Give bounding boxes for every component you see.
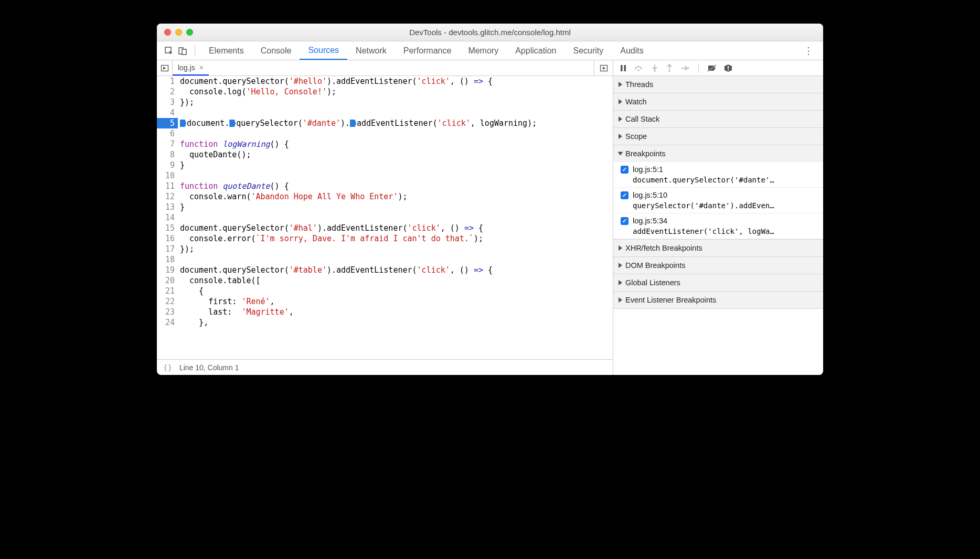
code-line[interactable]: [178, 108, 180, 118]
gutter-line[interactable]: 3: [157, 97, 178, 108]
file-tab-logjs[interactable]: log.js ×: [173, 60, 209, 76]
code-line[interactable]: document.querySelector('#hello').addEven…: [178, 76, 493, 87]
code-line[interactable]: quoteDante();: [178, 149, 251, 160]
panel-threads[interactable]: Threads: [613, 76, 823, 93]
step-over-icon[interactable]: [634, 64, 644, 72]
code-line[interactable]: console.log('Hello, Console!');: [178, 87, 336, 97]
gutter-line[interactable]: 19: [157, 265, 178, 275]
gutter-line[interactable]: 11: [157, 181, 178, 191]
svg-rect-2: [182, 49, 186, 55]
code-line[interactable]: document.querySelector('#table').addEven…: [178, 265, 493, 275]
code-line[interactable]: }: [178, 202, 185, 212]
code-line[interactable]: console.warn('Abandon Hope All Ye Who En…: [178, 191, 408, 202]
code-line[interactable]: [178, 170, 180, 181]
breakpoint-checkbox[interactable]: ✓: [621, 191, 629, 199]
gutter-line[interactable]: 5: [157, 118, 178, 128]
titlebar: DevTools - devtools.glitch.me/console/lo…: [157, 24, 823, 41]
inspect-icon[interactable]: [162, 44, 176, 58]
gutter-line[interactable]: 16: [157, 233, 178, 244]
file-tabs: log.js ×: [157, 60, 613, 76]
close-tab-icon[interactable]: ×: [199, 63, 204, 72]
tab-audits[interactable]: Audits: [612, 41, 652, 60]
breakpoint-item[interactable]: ✓log.js:5:34addEventListener('click', lo…: [613, 213, 823, 239]
minimize-window-button[interactable]: [175, 29, 182, 36]
code-line[interactable]: document.querySelector('#dante').addEven…: [178, 118, 537, 128]
show-navigator-icon[interactable]: [157, 60, 173, 76]
gutter-line[interactable]: 1: [157, 76, 178, 87]
breakpoint-checkbox[interactable]: ✓: [621, 166, 629, 174]
device-toolbar-icon[interactable]: [176, 44, 189, 58]
code-line[interactable]: [178, 254, 180, 265]
gutter-line[interactable]: 13: [157, 202, 178, 212]
tab-console[interactable]: Console: [252, 41, 300, 60]
code-line[interactable]: console.error(`I'm sorry, Dave. I'm afra…: [178, 233, 483, 244]
close-window-button[interactable]: [164, 29, 171, 36]
gutter-line[interactable]: 10: [157, 170, 178, 181]
breakpoint-location: log.js:5:1: [633, 165, 663, 174]
code-line[interactable]: function logWarning() {: [178, 139, 289, 149]
gutter-line[interactable]: 9: [157, 160, 178, 170]
panel-event-listener-breakpoints[interactable]: Event Listener Breakpoints: [613, 292, 823, 308]
code-line[interactable]: document.querySelector('#hal').addEventL…: [178, 223, 483, 233]
gutter-line[interactable]: 23: [157, 307, 178, 317]
step-into-icon[interactable]: [651, 64, 658, 72]
breakpoint-location: log.js:5:10: [633, 191, 667, 199]
gutter-line[interactable]: 4: [157, 108, 178, 118]
breakpoint-checkbox[interactable]: ✓: [621, 217, 629, 225]
code-line[interactable]: });: [178, 244, 194, 254]
gutter-line[interactable]: 22: [157, 296, 178, 307]
breakpoint-item[interactable]: ✓log.js:5:10querySelector('#dante').addE…: [613, 188, 823, 213]
panel-global-listeners[interactable]: Global Listeners: [613, 274, 823, 291]
tab-application[interactable]: Application: [507, 41, 564, 60]
tab-performance[interactable]: Performance: [395, 41, 460, 60]
pause-on-exceptions-icon[interactable]: [724, 64, 732, 72]
tab-elements[interactable]: Elements: [200, 41, 252, 60]
gutter-line[interactable]: 18: [157, 254, 178, 265]
tab-sources[interactable]: Sources: [300, 41, 347, 60]
gutter-line[interactable]: 21: [157, 286, 178, 296]
code-line[interactable]: });: [178, 97, 194, 108]
gutter-line[interactable]: 6: [157, 128, 178, 139]
code-line[interactable]: first: 'René',: [178, 296, 275, 307]
breakpoint-location: log.js:5:34: [633, 217, 667, 225]
gutter-line[interactable]: 24: [157, 317, 178, 328]
tab-network[interactable]: Network: [347, 41, 395, 60]
code-line[interactable]: console.table([: [178, 275, 261, 286]
gutter-line[interactable]: 12: [157, 191, 178, 202]
pretty-print-icon[interactable]: {}: [163, 363, 172, 372]
pause-icon[interactable]: [620, 64, 627, 72]
tab-security[interactable]: Security: [564, 41, 612, 60]
gutter-line[interactable]: 8: [157, 149, 178, 160]
step-icon[interactable]: [680, 64, 690, 72]
devtools-window: DevTools - devtools.glitch.me/console/lo…: [157, 24, 823, 375]
code-line[interactable]: function quoteDante() {: [178, 181, 289, 191]
gutter-line[interactable]: 17: [157, 244, 178, 254]
more-menu-icon[interactable]: ⋮: [800, 45, 818, 57]
code-line[interactable]: last: 'Magritte',: [178, 307, 294, 317]
gutter-line[interactable]: 7: [157, 139, 178, 149]
show-debugger-icon[interactable]: [594, 60, 613, 76]
breakpoint-item[interactable]: ✓log.js:5:1document.querySelector('#dant…: [613, 162, 823, 188]
gutter-line[interactable]: 15: [157, 223, 178, 233]
code-line[interactable]: }: [178, 160, 185, 170]
panel-watch[interactable]: Watch: [613, 93, 823, 110]
panel-scope[interactable]: Scope: [613, 128, 823, 145]
gutter-line[interactable]: 2: [157, 87, 178, 97]
code-editor[interactable]: 1document.querySelector('#hello').addEve…: [157, 76, 613, 359]
code-line[interactable]: {: [178, 286, 204, 296]
main-tabs: ElementsConsoleSourcesNetworkPerformance…: [157, 41, 823, 60]
code-line[interactable]: [178, 212, 180, 223]
panel-call-stack[interactable]: Call Stack: [613, 111, 823, 127]
code-line[interactable]: },: [178, 317, 208, 328]
step-out-icon[interactable]: [666, 64, 673, 72]
gutter-line[interactable]: 14: [157, 212, 178, 223]
panel-xhr-breakpoints[interactable]: XHR/fetch Breakpoints: [613, 240, 823, 256]
code-line[interactable]: [178, 128, 180, 139]
panel-breakpoints[interactable]: Breakpoints: [613, 145, 823, 162]
gutter-line[interactable]: 20: [157, 275, 178, 286]
zoom-window-button[interactable]: [186, 29, 193, 36]
panel-dom-breakpoints[interactable]: DOM Breakpoints: [613, 257, 823, 274]
deactivate-breakpoints-icon[interactable]: [707, 64, 717, 72]
status-bar: {} Line 10, Column 1: [157, 359, 613, 375]
tab-memory[interactable]: Memory: [460, 41, 507, 60]
